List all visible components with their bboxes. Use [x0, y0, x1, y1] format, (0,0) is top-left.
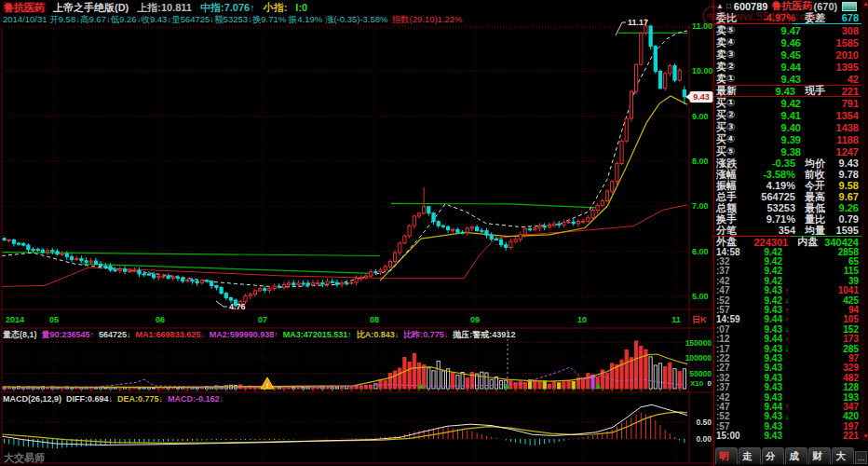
tick-volume: 39 — [792, 276, 859, 286]
indicator-segment: 抛压:警戒:43912 — [453, 330, 515, 339]
svg-text:0: 0 — [708, 379, 712, 388]
svg-text:11: 11 — [671, 315, 681, 324]
info-value: 9.43 — [834, 158, 859, 169]
tick-time: :57 — [716, 421, 745, 432]
moving-average-lines — [2, 31, 687, 287]
tick-volume: 420 — [792, 411, 859, 421]
title-segment: 上指:10.811 — [136, 2, 193, 13]
tick-time: :17 — [716, 344, 745, 354]
tab-大盘[interactable]: 大盘 — [832, 447, 854, 464]
current-lot-label: 现手 — [805, 84, 834, 98]
tick-row: :279.43329 — [714, 363, 868, 373]
svg-text:10: 10 — [577, 315, 587, 324]
tab-财务[interactable]: 财务 — [808, 447, 831, 464]
level-price: 9.46 — [747, 37, 801, 48]
svg-text:0.50: 0.50 — [696, 418, 712, 427]
level-volume: 308 — [801, 25, 859, 36]
tick-row: :579.43197 — [714, 421, 868, 431]
tick-price: 9.43 — [745, 324, 782, 335]
ohlc-segment: 2014/10/31 开9.58↓高9.67↓低9.26↓收9.43↓量5647… — [3, 14, 388, 24]
pin-icon[interactable]: ▲ — [716, 2, 724, 10]
tick-volume: 482 — [792, 373, 859, 383]
tab-走势[interactable]: 走势 — [739, 447, 761, 464]
ohlc-segment: 指数(29.10)1.22% — [392, 14, 463, 24]
tick-row: :429.4239 — [714, 276, 868, 285]
tick-volume: 173 — [792, 334, 859, 344]
macd-indicator-header: MACD(26,12,9)DIFF:0.694↓DEA:0.775↓MACD:-… — [3, 394, 687, 404]
ohlc-status-bar: 2014/10/31 开9.58↓高9.67↓低9.26↓收9.43↓量5647… — [3, 14, 703, 26]
panel-tabs: 明细走势分价成本财务大盘... — [715, 445, 867, 464]
tick-price: 9.43 — [745, 285, 782, 295]
level-volume: 791 — [801, 98, 859, 109]
tick-row: :079.43↓152 — [714, 324, 868, 334]
tick-volume: 425 — [792, 295, 859, 306]
svg-text:0.00: 0.00 — [696, 434, 712, 444]
tick-time: :47 — [716, 285, 745, 295]
chart-title-bar: 鲁抗医药上帝之手绝版(D)上指:10.811中指:7.076↑小指:I:0 — [3, 1, 701, 15]
info-value: 9.26 — [834, 202, 859, 213]
tick-row: :229.4397 — [714, 353, 868, 363]
scroll-down-icon[interactable]: ▼ — [862, 432, 868, 441]
info-value: 354 — [747, 225, 795, 236]
level-volume: 2010 — [801, 49, 859, 61]
tick-row: :479.43↑1041 — [714, 286, 868, 295]
level-volume: 42 — [801, 74, 859, 85]
tick-price: 9.43 — [745, 353, 782, 363]
tick-price: 9.43 — [745, 392, 782, 403]
level-price: 9.38 — [747, 146, 801, 158]
level-volume: 1395 — [801, 62, 859, 73]
svg-text:07: 07 — [258, 315, 267, 324]
tick-volume: 2858 — [792, 247, 859, 257]
tick-price: 9.43 — [745, 411, 782, 421]
indicator-segment: MA3:472015.531↑ — [283, 330, 352, 339]
tick-time: :52 — [716, 295, 745, 306]
up-arrow-icon: ↑ — [782, 402, 792, 411]
volume-indicator-header: 量态(8,1)量90:236545↑564725↓MA1:669833.625↓… — [3, 329, 687, 341]
tick-row: :179.43↓285 — [714, 344, 868, 353]
title-segment: 中指:7.076↑ — [199, 2, 256, 13]
tick-row: :579.43↑94 — [714, 305, 868, 314]
tick-price: 9.43 — [745, 421, 782, 432]
tab-more-button[interactable]: ... — [855, 451, 867, 464]
current-lot-value: 221 — [834, 86, 859, 97]
tick-price: 9.42 — [745, 276, 782, 286]
tick-volume: 94 — [792, 305, 859, 315]
tick-time: :07 — [716, 324, 745, 335]
quote-panel: ▲ □ 600789 鲁抗医药 (670) 委比 -4.97% 委差 678 卖… — [713, 0, 868, 466]
indicator-segment: 比A:0.843↓ — [357, 330, 400, 339]
tab-成本[interactable]: 成本 — [785, 447, 807, 464]
tick-volume: 105 — [792, 314, 859, 324]
tick-price: 9.42 — [745, 295, 782, 306]
svg-text:08: 08 — [370, 315, 379, 324]
tick-price: 9.43 — [745, 305, 782, 315]
info-value: 9.78 — [834, 169, 859, 180]
info-value: 9.58 — [834, 180, 859, 191]
indicator-segment: 量90:236545↑ — [42, 330, 95, 339]
minichart-icon[interactable] — [842, 2, 857, 11]
scrollbar[interactable]: ▲ ▼ — [861, 0, 868, 441]
info-value: -3.58% — [747, 169, 795, 180]
weicha-value: 678 — [834, 12, 859, 23]
tab-分价[interactable]: 分价 — [762, 447, 784, 464]
svg-text:5.00: 5.00 — [692, 292, 709, 301]
tab-明细[interactable]: 明细 — [715, 447, 738, 464]
info-value: 1595 — [834, 225, 859, 236]
up-arrow-icon: ↑ — [782, 306, 792, 315]
scroll-up-icon[interactable]: ▲ — [862, 0, 868, 8]
tick-row: 14:599.44↑105 — [714, 315, 868, 324]
tick-row: :379.43128 — [714, 382, 868, 391]
svg-text:9.00: 9.00 — [692, 112, 709, 121]
level-price: 9.42 — [747, 98, 801, 109]
info-value: 564725 — [747, 191, 795, 202]
tick-price: 9.42 — [745, 247, 782, 257]
title-segment: 鲁抗医药 — [3, 2, 46, 13]
tick-volume: 115 — [792, 266, 859, 276]
macd-layer — [2, 404, 687, 448]
info-value: -0.35 — [747, 158, 795, 169]
level-price: 9.39 — [747, 134, 801, 145]
tick-time: :32 — [716, 256, 745, 267]
tick-volume: 347 — [792, 402, 859, 412]
trading-terminal: !11.0010.009.008.007.006.005.00201405060… — [0, 0, 868, 466]
window-icon[interactable]: □ — [726, 2, 731, 10]
up-arrow-icon: ↑ — [782, 286, 792, 295]
